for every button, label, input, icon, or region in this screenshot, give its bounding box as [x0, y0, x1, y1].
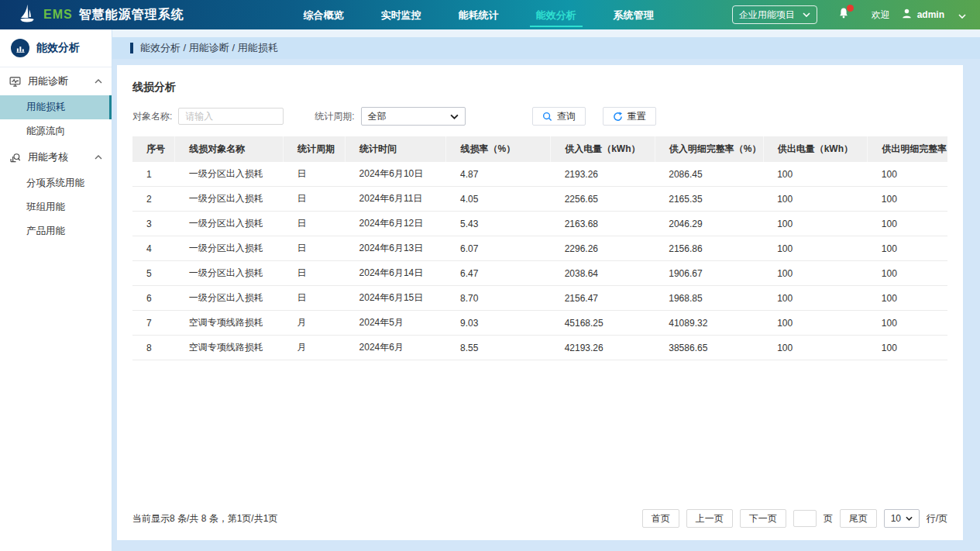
cell-r7-c4: 8.55 — [446, 336, 551, 360]
cell-r5-c4: 8.70 — [446, 286, 551, 311]
sidebar-group-assessment[interactable]: 用能考核 — [0, 143, 112, 171]
first-page-button[interactable]: 首页 — [642, 509, 679, 528]
line-loss-table: 序号线损对象名称统计周期统计时间线损率（%）供入电量（kWh）供入明细完整率（%… — [132, 136, 947, 360]
cell-r7-c6: 38586.65 — [655, 336, 763, 360]
page-size-select[interactable]: 10 — [884, 509, 920, 528]
page-title: 线损分析 — [132, 81, 947, 95]
nav-item-3[interactable]: 能效分析 — [535, 1, 578, 29]
object-name-input[interactable] — [178, 108, 284, 125]
cell-r4-c0: 5 — [132, 261, 175, 286]
table-row-3: 4一级分区出入损耗日2024年6月13日6.072296.262156.8610… — [132, 236, 947, 261]
cell-r3-c0: 4 — [132, 236, 175, 261]
sidebar-item-energy-loss[interactable]: 用能损耗 — [0, 95, 112, 119]
cell-r4-c7: 100 — [763, 261, 868, 286]
welcome-text: 欢迎 — [872, 9, 890, 22]
column-header-6: 供入明细完整率（%） — [655, 136, 763, 162]
cell-r3-c5: 2296.26 — [551, 236, 655, 261]
cell-r1-c6: 2165.35 — [655, 187, 763, 212]
cell-r1-c5: 2256.65 — [551, 187, 655, 212]
pagination: 当前显示8 条/共 8 条，第1页/共1页 首页 上一页 下一页 页 尾页 10… — [132, 509, 947, 528]
breadcrumb: 能效分析 / 用能诊断 / 用能损耗 — [112, 37, 980, 59]
main-card: 线损分析 对象名称: 统计周期: 全部 查询 — [117, 65, 963, 540]
cell-r3-c8: 100 — [868, 236, 947, 261]
table-row-5: 6一级分区出入损耗日2024年6月15日8.702156.471968.8510… — [132, 286, 947, 311]
sidebar-item-energy-flow[interactable]: 能源流向 — [0, 119, 112, 143]
cell-r5-c2: 日 — [284, 286, 346, 311]
table-row-6: 7空调专项线路损耗月2024年5月9.0345168.2541089.32100… — [132, 311, 947, 336]
rows-per-page-label: 行/页 — [927, 512, 947, 525]
cell-r6-c2: 月 — [284, 311, 346, 336]
object-name-label: 对象名称: — [132, 110, 172, 123]
reset-button-label: 重置 — [628, 110, 646, 123]
content-area: 能效分析 / 用能诊断 / 用能损耗 线损分析 对象名称: 统计周期: 全部 — [112, 29, 980, 551]
sidebar-item-subsystem-energy[interactable]: 分项系统用能 — [0, 171, 112, 195]
column-header-4: 线损率（%） — [446, 136, 551, 162]
period-select[interactable]: 全部 — [361, 107, 466, 126]
cell-r7-c0: 8 — [132, 336, 175, 360]
chevron-up-icon — [95, 155, 102, 160]
cell-r2-c1: 一级分区出入损耗 — [175, 212, 284, 236]
sidebar: 能效分析 用能诊断 用能损耗 能源流向 用能考核 — [0, 29, 112, 551]
cell-r7-c1: 空调专项线路损耗 — [175, 336, 284, 360]
user-icon — [901, 8, 913, 22]
top-navbar: EMS 智慧能源管理系统 综合概览实时监控能耗统计能效分析系统管理 企业用能项目… — [0, 0, 980, 29]
next-page-button[interactable]: 下一页 — [740, 509, 786, 528]
bar-chart-icon — [11, 39, 29, 57]
user-menu-chevron[interactable] — [958, 8, 966, 22]
cell-r7-c3: 2024年6月 — [346, 336, 446, 360]
table-header-row: 序号线损对象名称统计周期统计时间线损率（%）供入电量（kWh）供入明细完整率（%… — [132, 136, 947, 162]
nav-items: 综合概览实时监控能耗统计能效分析系统管理 — [302, 1, 655, 29]
cell-r6-c7: 100 — [763, 311, 868, 336]
breadcrumb-accent-bar — [130, 43, 133, 53]
period-select-value: 全部 — [368, 110, 387, 123]
nav-item-0[interactable]: 综合概览 — [302, 1, 346, 29]
cell-r0-c2: 日 — [284, 162, 346, 187]
cell-r2-c0: 3 — [132, 212, 175, 236]
logo-icon — [17, 3, 37, 26]
column-header-5: 供入电量（kWh） — [551, 136, 655, 162]
column-header-2: 统计周期 — [284, 136, 346, 162]
cell-r2-c2: 日 — [284, 212, 346, 236]
chevron-down-icon — [803, 12, 810, 17]
nav-item-4[interactable]: 系统管理 — [612, 1, 655, 29]
filter-row: 对象名称: 统计周期: 全部 查询 — [132, 107, 947, 126]
page-suffix-label: 页 — [824, 512, 833, 525]
cell-r7-c8: 100 — [868, 336, 947, 360]
navbar-right: 企业用能项目 欢迎 admin — [732, 5, 966, 24]
nav-item-1[interactable]: 实时监控 — [380, 1, 423, 29]
cell-r2-c4: 5.43 — [446, 212, 551, 236]
page-number-input[interactable] — [793, 510, 817, 527]
sidebar-item-team-energy[interactable]: 班组用能 — [0, 195, 112, 219]
cell-r1-c4: 4.05 — [446, 187, 551, 212]
search-icon — [542, 112, 552, 122]
chevron-down-icon — [450, 114, 459, 119]
table-body: 1一级分区出入损耗日2024年6月10日4.872193.262086.4510… — [132, 162, 947, 360]
cell-r2-c3: 2024年6月12日 — [346, 212, 446, 236]
username: admin — [917, 9, 944, 20]
refresh-icon — [613, 112, 623, 122]
project-select[interactable]: 企业用能项目 — [732, 5, 817, 24]
cell-r6-c4: 9.03 — [446, 311, 551, 336]
notification-badge — [847, 5, 854, 12]
last-page-button[interactable]: 尾页 — [840, 509, 877, 528]
prev-page-button[interactable]: 上一页 — [686, 509, 733, 528]
cell-r5-c3: 2024年6月15日 — [346, 286, 446, 311]
audit-icon — [9, 152, 21, 164]
cell-r0-c5: 2193.26 — [551, 162, 655, 187]
sidebar-group-diagnosis[interactable]: 用能诊断 — [0, 67, 112, 95]
reset-button[interactable]: 重置 — [603, 107, 656, 126]
cell-r0-c8: 100 — [868, 162, 947, 187]
column-header-3: 统计时间 — [346, 136, 446, 162]
cell-r4-c1: 一级分区出入损耗 — [175, 261, 284, 286]
table-row-2: 3一级分区出入损耗日2024年6月12日5.432163.682046.2910… — [132, 212, 947, 236]
nav-item-2[interactable]: 能耗统计 — [457, 1, 500, 29]
notification-bell[interactable] — [837, 7, 850, 22]
chevron-down-icon — [906, 516, 913, 521]
cell-r0-c3: 2024年6月10日 — [346, 162, 446, 187]
query-button-label: 查询 — [557, 110, 576, 123]
sidebar-group-label: 用能考核 — [28, 150, 68, 164]
cell-r6-c3: 2024年5月 — [346, 311, 446, 336]
sidebar-item-product-energy[interactable]: 产品用能 — [0, 219, 112, 243]
cell-r2-c6: 2046.29 — [655, 212, 763, 236]
query-button[interactable]: 查询 — [532, 107, 586, 126]
